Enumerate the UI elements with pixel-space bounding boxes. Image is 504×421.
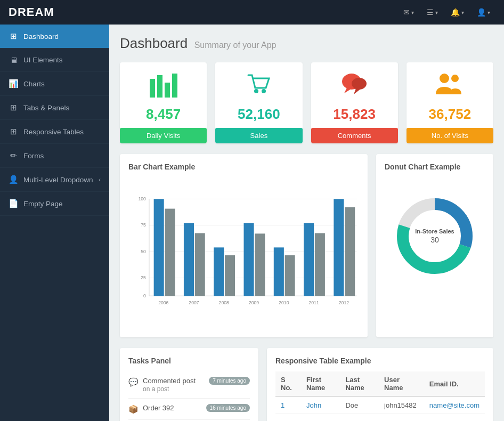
table-panel: Responsive Table Example S No. First Nam… bbox=[267, 348, 493, 421]
sidebar-item-forms[interactable]: ✏ Forms bbox=[0, 144, 109, 168]
page-icon: 📄 bbox=[9, 199, 18, 208]
table-row: 1 John Doe john15482 name@site.com bbox=[275, 396, 485, 414]
stat-value-comments: 15,823 bbox=[320, 106, 389, 123]
mail-button[interactable]: ✉ ▾ bbox=[398, 5, 419, 20]
svg-text:30: 30 bbox=[430, 236, 439, 244]
forms-icon: ✏ bbox=[9, 151, 18, 160]
charts-row: Bar Chart Example 100 75 50 25 bbox=[120, 154, 493, 337]
stat-cards: 8,457 Daily Visits 52,160 Sales bbox=[120, 62, 493, 143]
svg-rect-28 bbox=[214, 247, 224, 296]
svg-text:25: 25 bbox=[141, 275, 146, 280]
svg-rect-37 bbox=[345, 207, 355, 296]
stat-card-comments: 15,823 Comments bbox=[311, 62, 398, 143]
sidebar-item-label: Responsive Tables bbox=[23, 128, 84, 136]
sidebar-item-dashboard[interactable]: ⊞ Dashboard bbox=[0, 25, 109, 48]
page-subtitle: Summary of your App bbox=[194, 41, 277, 50]
stat-label-no-of-visits: No. of Visits bbox=[407, 128, 493, 143]
sidebar-item-ui-elements[interactable]: 🖥 UI Elements bbox=[0, 48, 109, 72]
svg-text:0: 0 bbox=[143, 293, 146, 298]
svg-rect-31 bbox=[255, 233, 265, 296]
brand-logo: DREAM bbox=[9, 5, 54, 19]
sidebar-item-label: UI Elements bbox=[23, 56, 63, 64]
svg-rect-36 bbox=[334, 199, 344, 296]
bar-chart-title: Bar Chart Example bbox=[128, 163, 359, 171]
multilevel-icon: 👤 bbox=[9, 175, 18, 184]
sidebar-item-charts[interactable]: 📊 Charts bbox=[0, 72, 109, 96]
sidebar-item-empty-page[interactable]: 📄 Empty Page bbox=[0, 192, 109, 216]
task-text-order: Order 392 bbox=[143, 404, 202, 412]
svg-text:2012: 2012 bbox=[339, 300, 349, 305]
svg-rect-35 bbox=[315, 233, 325, 296]
svg-rect-34 bbox=[304, 223, 314, 296]
svg-marker-7 bbox=[344, 87, 353, 93]
table-header-row: S No. First Name Last Name User Name Ema… bbox=[275, 371, 485, 396]
main-content: Dashboard Summary of your App 8,457 Dail… bbox=[109, 25, 504, 421]
sidebar-item-label: Forms bbox=[23, 152, 44, 160]
tasks-panel: Tasks Panel 💬 Commented post on a post 7… bbox=[120, 348, 258, 421]
chevron-left-icon: ‹ bbox=[99, 176, 101, 183]
comment-icon bbox=[320, 71, 389, 103]
th-last-name: Last Name bbox=[340, 371, 379, 396]
th-email: Email ID. bbox=[424, 371, 485, 396]
td-last-name: Doe bbox=[340, 396, 379, 414]
th-first-name: First Name bbox=[301, 371, 340, 396]
th-sno: S No. bbox=[275, 371, 301, 396]
sidebar-item-multi-level[interactable]: 👤 Multi-Level Dropdown ‹ bbox=[0, 168, 109, 192]
td-email[interactable]: name@site.com bbox=[424, 396, 485, 414]
th-username: User Name bbox=[379, 371, 424, 396]
donut-chart-title: Donut Chart Example bbox=[385, 163, 485, 171]
svg-rect-30 bbox=[244, 223, 254, 296]
stat-card-daily-visits: 8,457 Daily Visits bbox=[120, 62, 207, 143]
sidebar-item-label: Dashboard bbox=[23, 33, 59, 41]
svg-rect-1 bbox=[157, 75, 162, 98]
page-title: Dashboard bbox=[120, 35, 188, 51]
svg-point-8 bbox=[352, 78, 367, 90]
svg-text:2006: 2006 bbox=[158, 300, 168, 305]
svg-point-11 bbox=[451, 75, 459, 82]
chart-icon: 📊 bbox=[9, 79, 18, 88]
sidebar-item-tabs-panels[interactable]: ⊞ Tabs & Panels bbox=[0, 96, 109, 120]
stat-label-daily-visits: Daily Visits bbox=[120, 128, 207, 143]
svg-rect-33 bbox=[285, 255, 295, 296]
sidebar-item-label: Multi-Level Dropdown bbox=[23, 176, 93, 184]
sidebar: ⊞ Dashboard 🖥 UI Elements 📊 Charts ⊞ Tab… bbox=[0, 25, 109, 421]
top-nav: DREAM ✉ ▾ ☰ ▾ 🔔 ▾ 👤 ▾ bbox=[0, 0, 504, 25]
td-sno[interactable]: 1 bbox=[275, 396, 301, 414]
stat-label-comments: Comments bbox=[311, 128, 398, 143]
task-item-comment: 💬 Commented post on a post 7 minutes ago bbox=[128, 371, 250, 399]
task-badge-comment: 7 minutes ago bbox=[209, 377, 250, 385]
monitor-icon: 🖥 bbox=[9, 55, 18, 64]
sidebar-item-label: Empty Page bbox=[23, 200, 63, 208]
people-icon bbox=[415, 71, 485, 103]
svg-point-4 bbox=[254, 89, 258, 93]
svg-rect-24 bbox=[154, 199, 164, 296]
svg-text:2009: 2009 bbox=[249, 300, 259, 305]
sidebar-item-responsive-tables[interactable]: ⊞ Responsive Tables bbox=[0, 120, 109, 144]
dashboard-icon: ⊞ bbox=[9, 31, 18, 41]
notification-button[interactable]: 🔔 ▾ bbox=[445, 5, 469, 20]
svg-text:2007: 2007 bbox=[189, 300, 199, 305]
user-button[interactable]: 👤 ▾ bbox=[472, 5, 495, 20]
stat-label-sales: Sales bbox=[215, 128, 302, 143]
svg-rect-26 bbox=[184, 223, 194, 296]
main-layout: ⊞ Dashboard 🖥 UI Elements 📊 Charts ⊞ Tab… bbox=[0, 25, 504, 421]
td-first-name[interactable]: John bbox=[301, 396, 340, 414]
stat-card-sales: 52,160 Sales bbox=[215, 62, 302, 143]
svg-text:100: 100 bbox=[138, 196, 146, 201]
svg-rect-32 bbox=[274, 247, 284, 296]
svg-rect-29 bbox=[225, 255, 235, 296]
menu-button[interactable]: ☰ ▾ bbox=[421, 5, 443, 20]
stat-value-sales: 52,160 bbox=[224, 106, 294, 123]
svg-text:2008: 2008 bbox=[219, 300, 229, 305]
table-icon: ⊞ bbox=[9, 127, 18, 136]
stat-value-no-of-visits: 36,752 bbox=[415, 106, 485, 123]
svg-text:50: 50 bbox=[141, 249, 146, 254]
tabs-icon: ⊞ bbox=[9, 103, 18, 112]
svg-rect-27 bbox=[195, 233, 205, 296]
task-badge-order: 16 minutes ago bbox=[206, 404, 250, 412]
bottom-row: Tasks Panel 💬 Commented post on a post 7… bbox=[120, 348, 493, 421]
donut-chart-panel: Donut Chart Example In-Store Sales 30 bbox=[376, 154, 493, 337]
task-text-comment: Commented post on a post bbox=[143, 377, 205, 393]
task-item-order: 📦 Order 392 16 minutes ago bbox=[128, 399, 250, 420]
bar-chart-icon bbox=[128, 71, 198, 103]
